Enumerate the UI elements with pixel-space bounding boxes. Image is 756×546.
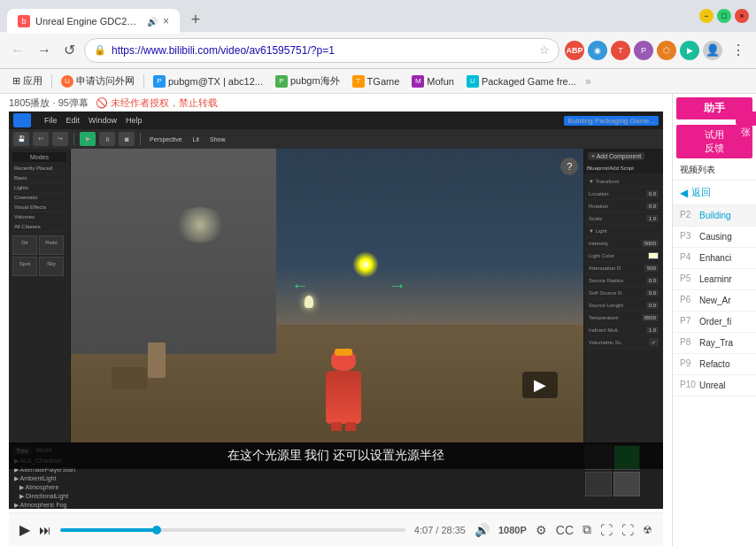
- ue-prop-color[interactable]: Light Color: [586, 250, 661, 262]
- ue-all-classes[interactable]: All Classes: [12, 222, 66, 232]
- ue-menu-help[interactable]: Help: [126, 116, 143, 125]
- tab-close-button[interactable]: ×: [163, 15, 169, 27]
- subtitle-toggle-icon[interactable]: CC: [556, 523, 574, 537]
- ue-sky-light[interactable]: Sky: [39, 257, 64, 276]
- back-button[interactable]: ←: [7, 39, 28, 62]
- bookmark-mofun[interactable]: M Mofun: [406, 73, 459, 89]
- ue-menu-file[interactable]: File: [44, 116, 58, 125]
- floating-helper-tab[interactable]: 张: [736, 112, 756, 126]
- ue-prop-location[interactable]: Location 0.0: [586, 188, 661, 200]
- trial-feedback-button[interactable]: 试用 反馈: [676, 125, 752, 158]
- ue-scene-item-ambient[interactable]: ▶ AmbientLight: [12, 474, 580, 483]
- ue-spot-light[interactable]: Spot: [12, 257, 37, 276]
- ue-recently-placed[interactable]: Recently Placed: [12, 164, 66, 173]
- bookmark-pubgm-tx[interactable]: P pubgm@TX | abc12...: [148, 73, 268, 89]
- ue-prop-scale[interactable]: Scale 1.0: [586, 212, 661, 225]
- ue-stop-btn[interactable]: ⏹: [119, 132, 135, 146]
- play-pause-button[interactable]: ▶: [19, 521, 30, 538]
- theater-mode-icon[interactable]: ⛶: [600, 523, 613, 537]
- fullscreen-icon[interactable]: ⛶: [621, 523, 634, 537]
- ue-viewport[interactable]: ← →: [71, 149, 583, 442]
- video-progress-bar[interactable]: [60, 528, 405, 532]
- extension-icon-4[interactable]: ⬡: [657, 41, 676, 60]
- ue-color-swatch[interactable]: [648, 252, 659, 259]
- playlist-item-p3[interactable]: P3 Causing: [673, 227, 756, 248]
- ue-prop-rotation[interactable]: Rotation 0.0: [586, 200, 661, 212]
- ue-prop-attenuation[interactable]: Attenuation R. 500: [586, 262, 661, 274]
- ue-prop-source-radius[interactable]: Source Radius 0.0: [586, 274, 661, 287]
- minimize-button[interactable]: −: [699, 9, 714, 23]
- playlist-item-p5[interactable]: P5 Learninr: [673, 269, 756, 290]
- playlist-item-p10[interactable]: P10 Unreal: [673, 375, 756, 396]
- profile-button[interactable]: 👤: [703, 41, 722, 60]
- extension-icon-1[interactable]: ◉: [588, 41, 607, 60]
- quality-button[interactable]: 1080P: [498, 525, 527, 535]
- playlist-item-p7[interactable]: P7 Order_fi: [673, 311, 756, 333]
- bookmark-star-icon[interactable]: ☆: [539, 43, 550, 57]
- video-progress-area[interactable]: [60, 528, 405, 532]
- bookmark-tgame[interactable]: T TGame: [347, 73, 405, 89]
- abp-extension-icon[interactable]: ABP: [565, 41, 584, 60]
- bookmark-packaged-game[interactable]: U Packaged Game fre...: [461, 73, 582, 89]
- ue-play-btn[interactable]: ▶: [80, 132, 96, 146]
- active-tab[interactable]: b Unreal Engine GDC2019 扩... 🔊 ×: [7, 9, 180, 34]
- playlist-item-p9[interactable]: P9 Refacto: [673, 354, 756, 375]
- ue-scene-item-directional[interactable]: ▶ DirectionalLight: [12, 492, 580, 501]
- settings-icon[interactable]: ⚙: [536, 523, 547, 537]
- ue-prop-soft-radius[interactable]: Soft Source R. 0.0: [586, 287, 661, 299]
- ue-prop-intensity[interactable]: Intensity 5000: [586, 237, 661, 250]
- forward-button[interactable]: →: [34, 39, 55, 62]
- ue-lights[interactable]: Lights: [12, 183, 66, 193]
- playlist-item-p4[interactable]: P4 Enhanci: [673, 248, 756, 269]
- ue-pause-btn[interactable]: ⏸: [99, 132, 115, 146]
- bookmark-apps[interactable]: ⊞ 应用: [7, 73, 48, 89]
- video-progress-thumb[interactable]: [152, 526, 161, 534]
- bookmarks-overflow-button[interactable]: »: [585, 75, 591, 88]
- ue-prop-source-length[interactable]: Source Length 0.0: [586, 299, 661, 311]
- ue-directional-light[interactable]: Dir: [12, 235, 37, 255]
- bookmark-vpn[interactable]: U 申请访问外网: [56, 73, 140, 89]
- ue-point-light[interactable]: Point: [39, 235, 64, 255]
- maximize-button[interactable]: □: [717, 9, 731, 23]
- playlist-item-p2[interactable]: P2 Building: [673, 205, 756, 227]
- url-text: https://www.bilibili.com/video/av6159575…: [112, 44, 534, 57]
- ue-redo-btn[interactable]: ↪: [52, 132, 68, 146]
- bookmark-pubgm-overseas[interactable]: P pubgm海外: [270, 73, 345, 89]
- ue-prop-indirect[interactable]: Indirect Mult. 1.0: [586, 324, 661, 336]
- reload-button[interactable]: ↺: [60, 38, 79, 62]
- extension-icon-3[interactable]: P: [634, 41, 653, 60]
- ue-scene-item-atmosphere[interactable]: ▶ Atmosphere: [12, 483, 580, 492]
- ue-blueprint-bar: Blueprint/Add Script: [584, 163, 663, 173]
- chrome-menu-button[interactable]: ⋮: [728, 40, 749, 60]
- ue-prop-volumetric[interactable]: Volumetric Sc. ✓: [586, 336, 661, 349]
- playlist-scroll-area[interactable]: P2 Building P3 Causing P4 Enhanci P5 Lea…: [673, 205, 756, 546]
- ue-save-btn[interactable]: 💾: [13, 132, 29, 146]
- playlist-item-p8[interactable]: P8 Ray_Tra: [673, 333, 756, 354]
- ue-volumes[interactable]: Volumes: [12, 212, 66, 222]
- back-to-list-button[interactable]: ◀ 返回: [673, 181, 756, 205]
- close-button[interactable]: ×: [735, 9, 749, 23]
- ue-asset-thumb-3[interactable]: [585, 472, 612, 496]
- pip-icon[interactable]: ⧉: [582, 522, 591, 537]
- video-container[interactable]: File Edit Window Help Building Packaging…: [9, 112, 663, 509]
- ue-undo-btn[interactable]: ↩: [33, 132, 49, 146]
- danmaku-icon[interactable]: ☢: [643, 524, 652, 536]
- ue-basic[interactable]: Basic: [12, 173, 66, 183]
- ue-menu-window[interactable]: Window: [89, 116, 117, 125]
- volume-icon[interactable]: 🔊: [474, 523, 490, 537]
- next-video-button[interactable]: ⏭: [39, 523, 51, 537]
- playlist-item-p6[interactable]: P6 New_Ar: [673, 290, 756, 311]
- extension-icon-5[interactable]: ▶: [680, 41, 699, 60]
- new-tab-button[interactable]: +: [183, 7, 208, 32]
- address-bar[interactable]: 🔒 https://www.bilibili.com/video/av61595…: [84, 38, 559, 63]
- tab-audio-icon[interactable]: 🔊: [147, 17, 158, 27]
- ue-menu-edit[interactable]: Edit: [66, 116, 81, 125]
- ue-prop-temp[interactable]: Temperature 6500: [586, 311, 661, 324]
- ue-cinematic[interactable]: Cinematic: [12, 193, 66, 203]
- ue-blueprint-label[interactable]: Blueprint/Add Script: [587, 165, 634, 171]
- ue-scene-item-fog[interactable]: ▶ Atmospheric Fog: [12, 501, 580, 509]
- extension-icon-2[interactable]: T: [611, 41, 630, 60]
- ue-visual-effects[interactable]: Visual Effects: [12, 203, 66, 212]
- ue-add-component-btn[interactable]: + Add Component: [588, 152, 644, 160]
- ue-asset-thumb-4[interactable]: [613, 472, 640, 496]
